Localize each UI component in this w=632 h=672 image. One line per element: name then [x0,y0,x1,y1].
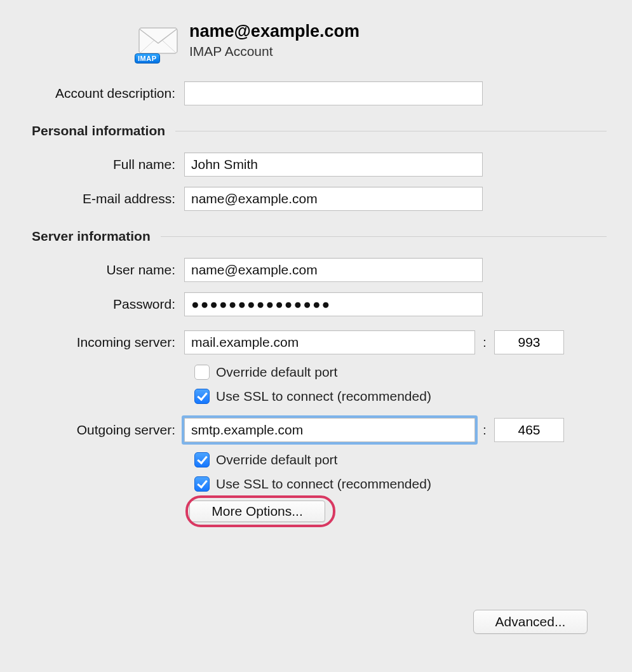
label-outgoing-server: Outgoing server: [6,422,184,438]
row-email-address: E-mail address: [6,187,632,211]
more-options-highlight: More Options... [189,501,337,522]
more-options-button[interactable]: More Options... [189,501,325,522]
account-header: IMAP name@example.com IMAP Account [137,25,632,62]
advanced-button[interactable]: Advanced... [473,610,588,634]
imap-badge: IMAP [135,53,160,64]
label-incoming-use-ssl: Use SSL to connect (recommended) [216,389,431,404]
mail-imap-icon: IMAP [137,25,182,62]
section-personal-information-title: Personal information [32,123,165,138]
checkbox-outgoing-use-ssl[interactable] [194,476,210,492]
input-user-name[interactable] [184,258,483,282]
incoming-port-separator: : [475,335,494,350]
section-server-information: Server information [6,229,632,244]
row-full-name: Full name: [6,152,632,177]
row-account-description: Account description: [6,81,632,105]
row-incoming-server: Incoming server: : [6,330,632,354]
row-incoming-override-port: Override default port [194,365,632,380]
checkbox-outgoing-override-port[interactable] [194,452,210,467]
section-divider [161,236,607,237]
input-full-name[interactable] [184,152,483,177]
account-form: Account description: Personal informatio… [6,81,632,522]
section-server-information-title: Server information [32,229,151,244]
input-outgoing-port[interactable] [494,418,564,442]
label-incoming-server: Incoming server: [6,335,184,350]
account-title: name@example.com [189,22,360,41]
label-account-description: Account description: [6,86,184,101]
label-outgoing-override-port: Override default port [216,452,337,467]
label-outgoing-use-ssl: Use SSL to connect (recommended) [216,476,431,492]
input-incoming-port[interactable] [494,330,564,354]
row-incoming-use-ssl: Use SSL to connect (recommended) [194,389,632,404]
section-divider [175,131,607,131]
row-outgoing-override-port: Override default port [194,452,632,467]
input-outgoing-server[interactable] [184,418,475,442]
label-user-name: User name: [6,262,184,278]
checkbox-incoming-override-port[interactable] [194,365,210,380]
input-incoming-server[interactable] [184,330,475,354]
row-outgoing-use-ssl: Use SSL to connect (recommended) [194,476,632,492]
input-password[interactable] [184,292,483,316]
label-password: Password: [6,297,184,312]
label-full-name: Full name: [6,157,184,172]
row-user-name: User name: [6,258,632,282]
row-outgoing-server: Outgoing server: : [6,418,632,442]
account-header-text: name@example.com IMAP Account [189,25,360,59]
input-email-address[interactable] [184,187,483,211]
label-email-address: E-mail address: [6,191,184,206]
input-account-description[interactable] [184,81,483,105]
svg-rect-0 [139,28,177,53]
account-settings-pane: IMAP name@example.com IMAP Account Accou… [0,0,632,672]
advanced-button-area: Advanced... [473,610,588,634]
row-password: Password: [6,292,632,316]
checkbox-incoming-use-ssl[interactable] [194,389,210,404]
outgoing-port-separator: : [475,422,494,438]
label-incoming-override-port: Override default port [216,365,337,380]
section-personal-information: Personal information [6,123,632,138]
account-subtitle: IMAP Account [189,44,360,59]
